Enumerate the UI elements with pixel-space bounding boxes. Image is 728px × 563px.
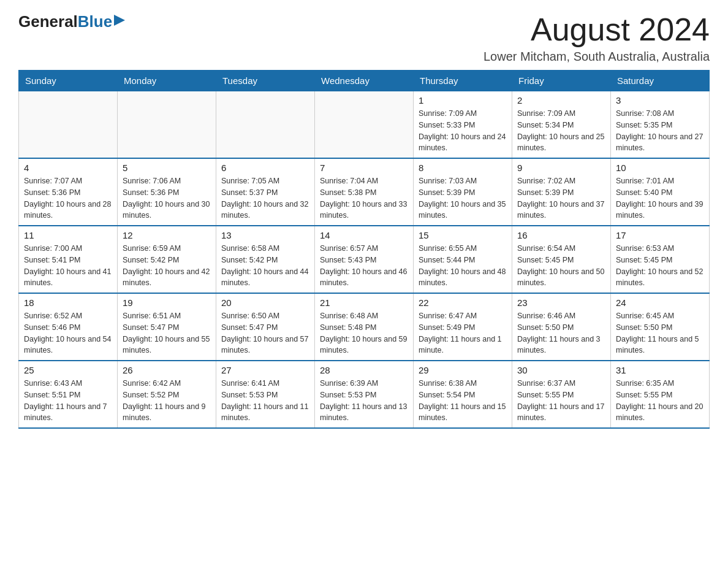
- day-info: Sunrise: 7:04 AMSunset: 5:38 PMDaylight:…: [320, 175, 408, 221]
- calendar-week-row: 11Sunrise: 7:00 AMSunset: 5:41 PMDayligh…: [19, 226, 710, 293]
- day-number: 27: [221, 365, 309, 375]
- calendar-cell: [118, 91, 216, 159]
- calendar-header-wednesday: Wednesday: [315, 71, 414, 91]
- day-number: 22: [419, 297, 507, 308]
- calendar-header-saturday: Saturday: [611, 71, 710, 91]
- calendar-cell: 31Sunrise: 6:35 AMSunset: 5:55 PMDayligh…: [611, 361, 710, 428]
- day-info: Sunrise: 7:00 AMSunset: 5:41 PMDaylight:…: [24, 243, 112, 289]
- calendar-header-row: SundayMondayTuesdayWednesdayThursdayFrid…: [19, 71, 710, 91]
- calendar-cell: 13Sunrise: 6:58 AMSunset: 5:42 PMDayligh…: [216, 226, 315, 293]
- calendar-cell: 11Sunrise: 7:00 AMSunset: 5:41 PMDayligh…: [19, 226, 118, 293]
- logo-blue-part: Blue: [78, 12, 125, 31]
- day-number: 8: [419, 163, 507, 173]
- day-info: Sunrise: 7:09 AMSunset: 5:34 PMDaylight:…: [517, 108, 605, 154]
- calendar-cell: 16Sunrise: 6:54 AMSunset: 5:45 PMDayligh…: [512, 226, 611, 293]
- calendar-cell: 3Sunrise: 7:08 AMSunset: 5:35 PMDaylight…: [611, 91, 710, 159]
- day-info: Sunrise: 6:55 AMSunset: 5:44 PMDaylight:…: [419, 243, 507, 289]
- day-number: 31: [616, 365, 704, 375]
- day-info: Sunrise: 6:54 AMSunset: 5:45 PMDaylight:…: [517, 243, 605, 289]
- day-info: Sunrise: 7:01 AMSunset: 5:40 PMDaylight:…: [616, 175, 704, 221]
- day-number: 4: [24, 163, 112, 173]
- day-info: Sunrise: 6:43 AMSunset: 5:51 PMDaylight:…: [24, 378, 112, 424]
- day-info: Sunrise: 6:58 AMSunset: 5:42 PMDaylight:…: [221, 243, 309, 289]
- day-number: 10: [616, 163, 704, 173]
- calendar-week-row: 18Sunrise: 6:52 AMSunset: 5:46 PMDayligh…: [19, 293, 710, 361]
- calendar-cell: 6Sunrise: 7:05 AMSunset: 5:37 PMDaylight…: [216, 158, 315, 226]
- day-number: 17: [616, 230, 704, 240]
- calendar-header-tuesday: Tuesday: [216, 71, 315, 91]
- calendar-cell: 20Sunrise: 6:50 AMSunset: 5:47 PMDayligh…: [216, 293, 315, 361]
- month-title: August 2024: [483, 12, 710, 47]
- calendar-cell: 25Sunrise: 6:43 AMSunset: 5:51 PMDayligh…: [19, 361, 118, 428]
- day-info: Sunrise: 6:48 AMSunset: 5:48 PMDaylight:…: [320, 310, 408, 356]
- day-info: Sunrise: 6:53 AMSunset: 5:45 PMDaylight:…: [616, 243, 704, 289]
- calendar-cell: 28Sunrise: 6:39 AMSunset: 5:53 PMDayligh…: [315, 361, 414, 428]
- day-number: 12: [123, 230, 211, 240]
- calendar-week-row: 25Sunrise: 6:43 AMSunset: 5:51 PMDayligh…: [19, 361, 710, 428]
- calendar-header-monday: Monday: [118, 71, 216, 91]
- day-info: Sunrise: 7:07 AMSunset: 5:36 PMDaylight:…: [24, 175, 112, 221]
- day-info: Sunrise: 6:39 AMSunset: 5:53 PMDaylight:…: [320, 378, 408, 424]
- calendar-header-friday: Friday: [512, 71, 611, 91]
- calendar-cell: [216, 91, 315, 159]
- day-info: Sunrise: 7:02 AMSunset: 5:39 PMDaylight:…: [517, 175, 605, 221]
- day-number: 2: [517, 95, 605, 105]
- day-number: 23: [517, 297, 605, 308]
- day-number: 9: [517, 163, 605, 173]
- day-info: Sunrise: 7:06 AMSunset: 5:36 PMDaylight:…: [123, 175, 211, 221]
- calendar-cell: 19Sunrise: 6:51 AMSunset: 5:47 PMDayligh…: [118, 293, 216, 361]
- day-info: Sunrise: 6:50 AMSunset: 5:47 PMDaylight:…: [221, 310, 309, 356]
- day-info: Sunrise: 6:51 AMSunset: 5:47 PMDaylight:…: [123, 310, 211, 356]
- calendar-cell: 26Sunrise: 6:42 AMSunset: 5:52 PMDayligh…: [118, 361, 216, 428]
- day-info: Sunrise: 7:09 AMSunset: 5:33 PMDaylight:…: [419, 108, 507, 154]
- day-number: 21: [320, 297, 408, 308]
- day-info: Sunrise: 6:46 AMSunset: 5:50 PMDaylight:…: [517, 310, 605, 356]
- calendar-cell: 17Sunrise: 6:53 AMSunset: 5:45 PMDayligh…: [611, 226, 710, 293]
- logo-blue-text: Blue: [78, 12, 112, 31]
- calendar-cell: 1Sunrise: 7:09 AMSunset: 5:33 PMDaylight…: [414, 91, 512, 159]
- day-info: Sunrise: 6:47 AMSunset: 5:49 PMDaylight:…: [419, 310, 507, 356]
- calendar-header-sunday: Sunday: [19, 71, 118, 91]
- day-number: 1: [419, 95, 507, 105]
- title-section: August 2024 Lower Mitcham, South Austral…: [483, 12, 710, 64]
- day-info: Sunrise: 7:08 AMSunset: 5:35 PMDaylight:…: [616, 108, 704, 154]
- day-info: Sunrise: 7:05 AMSunset: 5:37 PMDaylight:…: [221, 175, 309, 221]
- logo-general-text: General: [18, 12, 78, 31]
- day-info: Sunrise: 6:41 AMSunset: 5:53 PMDaylight:…: [221, 378, 309, 424]
- calendar-cell: 7Sunrise: 7:04 AMSunset: 5:38 PMDaylight…: [315, 158, 414, 226]
- day-number: 26: [123, 365, 211, 375]
- calendar-cell: 30Sunrise: 6:37 AMSunset: 5:55 PMDayligh…: [512, 361, 611, 428]
- calendar-cell: [19, 91, 118, 159]
- calendar-cell: 4Sunrise: 7:07 AMSunset: 5:36 PMDaylight…: [19, 158, 118, 226]
- day-number: 20: [221, 297, 309, 308]
- calendar-cell: 15Sunrise: 6:55 AMSunset: 5:44 PMDayligh…: [414, 226, 512, 293]
- day-number: 30: [517, 365, 605, 375]
- day-number: 16: [517, 230, 605, 240]
- calendar-cell: 23Sunrise: 6:46 AMSunset: 5:50 PMDayligh…: [512, 293, 611, 361]
- page-header: General Blue August 2024 Lower Mitcham, …: [18, 12, 710, 64]
- calendar-cell: 18Sunrise: 6:52 AMSunset: 5:46 PMDayligh…: [19, 293, 118, 361]
- calendar-week-row: 1Sunrise: 7:09 AMSunset: 5:33 PMDaylight…: [19, 91, 710, 159]
- day-info: Sunrise: 6:42 AMSunset: 5:52 PMDaylight:…: [123, 378, 211, 424]
- calendar-cell: 29Sunrise: 6:38 AMSunset: 5:54 PMDayligh…: [414, 361, 512, 428]
- calendar-cell: 5Sunrise: 7:06 AMSunset: 5:36 PMDaylight…: [118, 158, 216, 226]
- day-info: Sunrise: 6:38 AMSunset: 5:54 PMDaylight:…: [419, 378, 507, 424]
- day-number: 28: [320, 365, 408, 375]
- day-info: Sunrise: 6:59 AMSunset: 5:42 PMDaylight:…: [123, 243, 211, 289]
- day-number: 19: [123, 297, 211, 308]
- calendar-cell: 10Sunrise: 7:01 AMSunset: 5:40 PMDayligh…: [611, 158, 710, 226]
- calendar-cell: 24Sunrise: 6:45 AMSunset: 5:50 PMDayligh…: [611, 293, 710, 361]
- day-number: 13: [221, 230, 309, 240]
- calendar-cell: 22Sunrise: 6:47 AMSunset: 5:49 PMDayligh…: [414, 293, 512, 361]
- day-number: 18: [24, 297, 112, 308]
- day-number: 5: [123, 163, 211, 173]
- logo-arrow-icon: [114, 15, 125, 26]
- svg-marker-0: [114, 15, 125, 26]
- day-number: 14: [320, 230, 408, 240]
- calendar-cell: 27Sunrise: 6:41 AMSunset: 5:53 PMDayligh…: [216, 361, 315, 428]
- day-info: Sunrise: 6:35 AMSunset: 5:55 PMDaylight:…: [616, 378, 704, 424]
- day-number: 3: [616, 95, 704, 105]
- calendar-cell: 14Sunrise: 6:57 AMSunset: 5:43 PMDayligh…: [315, 226, 414, 293]
- day-number: 24: [616, 297, 704, 308]
- calendar-cell: 8Sunrise: 7:03 AMSunset: 5:39 PMDaylight…: [414, 158, 512, 226]
